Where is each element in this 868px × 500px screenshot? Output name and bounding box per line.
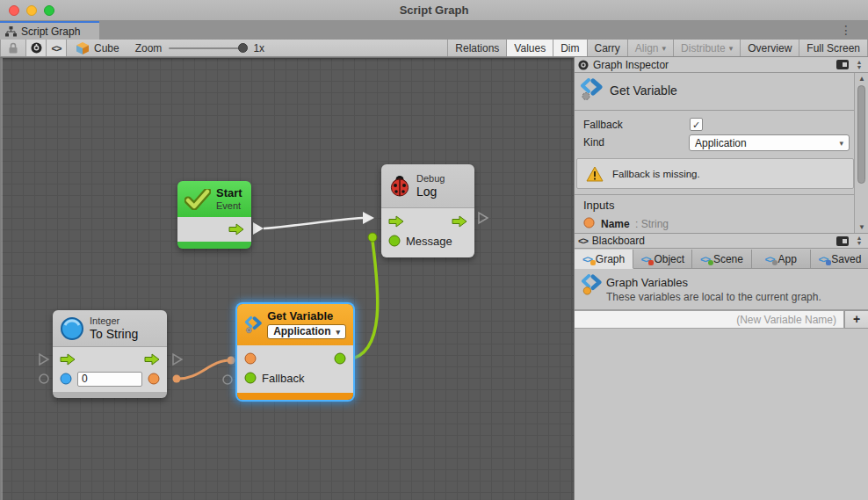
plus-icon: + [853,312,860,326]
add-variable-button[interactable]: + [844,310,868,329]
overview-button[interactable]: Overview [741,40,799,56]
control-input-port-icon[interactable] [60,353,76,366]
lock-icon [8,42,18,54]
pane-scroll-buttons[interactable]: ▲ ▼ [853,60,865,70]
scroll-down-icon[interactable]: ▼ [853,241,865,246]
distribute-dropdown[interactable]: Distribute▾ [674,40,741,56]
node-start-event[interactable]: Start Event [177,181,251,249]
node-subtitle: Event [216,200,242,212]
graph-canvas[interactable]: Start Event [0,57,574,500]
message-input-port-icon[interactable] [388,235,401,247]
fallback-label: Fallback [583,119,623,131]
node-category: Debug [416,173,445,185]
tab-label: Scene [713,253,743,265]
node-integer-to-string[interactable]: Integer To String [53,310,167,398]
variable-icon [580,78,603,101]
integer-value-field[interactable] [77,372,142,387]
control-connection[interactable] [264,218,363,228]
control-input-port-icon[interactable] [388,215,404,228]
graph-inspector-header[interactable]: Graph Inspector ▲ ▼ [575,57,868,73]
control-output-port-icon[interactable] [144,353,160,366]
zoom-slider-handle[interactable] [238,43,248,53]
ghost-log-out-port[interactable] [479,213,488,223]
ghost-value-in-port[interactable] [40,374,48,383]
tab-label: Saved [831,253,861,265]
variable-scope-icon: <> [641,254,651,264]
scroll-down-icon[interactable]: ▼ [855,223,868,231]
node-get-variable[interactable]: Get Variable Application ▾ [237,304,353,400]
fallback-input-port-icon[interactable] [244,372,257,384]
node-title: Log [416,185,445,199]
tab-saved-variables[interactable]: <> Saved [811,250,868,269]
tab-graph-variables[interactable]: <> Graph [575,250,633,269]
node-title: Get Variable [267,310,346,323]
control-arrowhead [363,212,374,224]
target-label: Cube [94,42,119,54]
lock-button[interactable] [0,40,26,56]
kind-dropdown[interactable]: Application ▾ [689,134,850,151]
pane-maximize-icon[interactable] [836,236,849,246]
node-title: Start [216,187,242,200]
control-output-port-icon[interactable] [452,215,467,228]
values-label: Values [514,42,546,54]
zoom-slider[interactable] [169,47,246,49]
blackboard-icon: <> [52,43,61,54]
fallback-checkbox[interactable]: ✓ [690,118,703,131]
tab-app-variables[interactable]: <> App [752,250,811,269]
fullscreen-button[interactable]: Full Screen [799,40,868,56]
node-debug-log[interactable]: Debug Log Mess [381,164,474,257]
graph-inspector-toggle[interactable] [26,40,47,56]
title-bar: Script Graph [0,0,868,21]
cube-icon [76,41,90,55]
inspected-unit-title: Get Variable [610,83,677,98]
port-label: Message [406,235,452,248]
variable-scope-icon: <> [765,254,775,264]
graph-tree-icon [5,26,17,37]
graph-target[interactable]: Cube [67,40,128,56]
values-button[interactable]: Values [507,40,553,56]
graph-inspector-icon [578,60,589,70]
name-input-port-icon[interactable] [244,352,257,365]
string-connection[interactable] [177,360,230,379]
tab-object-variables[interactable]: <> Object [633,250,692,269]
section-title: Graph Variables [606,276,688,289]
graph-inspector-icon [31,42,42,54]
control-output-port-icon[interactable] [228,223,244,236]
align-dropdown[interactable]: Align▾ [628,40,674,56]
blackboard-header[interactable]: <> Blackboard ▲ ▼ [575,233,868,249]
variable-icon [244,314,262,337]
tab-label: Script Graph [21,25,80,38]
tab-scene-variables[interactable]: <> Scene [692,250,751,269]
string-output-port-icon[interactable] [148,373,160,385]
ghost-control-in-port[interactable] [40,354,48,365]
pane-maximize-icon[interactable] [836,60,849,69]
blackboard-toggle[interactable]: <> [47,40,67,56]
dim-button[interactable]: Dim [553,40,587,56]
scroll-down-icon[interactable]: ▼ [853,65,865,70]
chevron-down-icon: ▾ [839,139,843,148]
value-output-port-icon[interactable] [334,352,346,365]
carry-button[interactable]: Carry [588,40,628,56]
graph-toolbar: <> Cube Zoom 1x Relations Values Dim [0,40,868,57]
control-port-start-out[interactable] [253,222,264,235]
integer-icon [60,316,84,341]
ghost-control-out-port[interactable] [173,354,182,365]
chevron-down-icon: ▾ [336,328,340,337]
inputs-heading: Inputs [583,199,614,212]
variable-kind-value: Application [273,326,330,338]
node-category: Integer [90,315,138,327]
pane-scroll-buttons[interactable]: ▲ ▼ [853,236,865,246]
variable-scope-icon: <> [700,254,710,264]
input-name: Name [601,218,630,230]
relations-button[interactable]: Relations [447,40,507,56]
inspector-scrollbar[interactable]: ▲ ▼ [854,73,868,233]
ghost-fallback-in-port[interactable] [223,375,232,384]
scrollbar-thumb[interactable] [857,85,865,184]
integer-input-port-icon[interactable] [60,373,72,385]
kebab-menu-icon[interactable]: ⋮ [840,22,852,39]
tab-script-graph[interactable]: Script Graph [0,21,99,40]
scroll-up-icon[interactable]: ▲ [855,75,868,83]
new-variable-name-input[interactable] [575,310,844,329]
tab-label: Graph [596,253,625,265]
variable-kind-dropdown[interactable]: Application ▾ [267,324,346,339]
